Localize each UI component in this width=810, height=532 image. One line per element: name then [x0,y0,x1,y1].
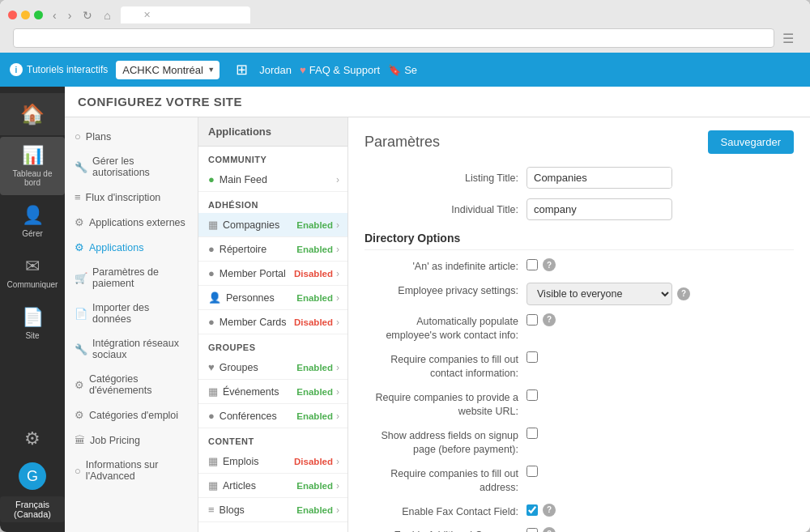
nav-item-flux[interactable]: ≡ Flux d'inscription [65,185,198,210]
nav-item-external-apps[interactable]: ⚙ Applications externes [65,210,198,235]
gear-icon: ⚙ [24,428,40,449]
fax-help-icon[interactable]: ? [543,504,556,517]
app-body: 🏠 📊 Tableau de bord 👤 Gérer ✉ Communique… [0,87,810,532]
emplois-chevron: › [336,456,339,467]
require-contact-checkbox[interactable] [526,351,538,363]
item-main-feed[interactable]: ● Main Feed › [198,168,347,192]
item-groupes[interactable]: ♥ Groupes Enabled › [198,355,347,380]
evenements-chevron: › [336,386,339,398]
listing-title-input[interactable] [527,168,672,188]
require-address-checkbox[interactable] [526,466,538,477]
compagnies-chevron: › [336,219,339,231]
home-nav-button[interactable]: ⌂ [100,7,113,23]
item-repertoire[interactable]: ● Répertoire Enabled › [198,237,347,262]
nav-applications-label: Applications [89,242,143,253]
personnes-status: Enabled [296,293,333,303]
item-blogs[interactable]: ≡ Blogs Enabled › [198,498,347,522]
individual-title-input[interactable] [526,198,672,220]
item-evenements[interactable]: ▦ Événements Enabled › [198,380,347,404]
sidebar-item-manage[interactable]: 👤 Gérer [0,197,65,246]
nav-item-importer[interactable]: 📄 Importer des données [65,296,198,331]
auto-populate-help-icon[interactable]: ? [543,313,556,326]
tutorial-label: Tutoriels interactifs [27,64,108,75]
item-emplois[interactable]: ▦ Emplois Disabled › [198,449,347,474]
nav-flux-label: Flux d'inscription [86,192,161,203]
item-member-cards[interactable]: ● Member Cards Disabled › [198,310,347,334]
fax-field-label: Enable Fax Contact Field: [364,504,526,520]
nav-item-categories-emploi[interactable]: ⚙ Catégories d'emploi [65,402,198,428]
grid-icon[interactable]: ⊞ [236,61,248,79]
heart-icon: ♥ [300,64,306,76]
portal-chevron: › [336,268,339,279]
org-selector[interactable]: ACHKC Montréal [116,61,220,79]
minimize-dot[interactable] [21,11,30,19]
additional-company-help-icon[interactable]: ? [543,527,556,532]
sidebar-settings-item[interactable]: ⚙ [0,420,65,458]
fax-field-checkbox[interactable] [526,504,538,516]
language-toggle[interactable]: G [19,462,46,490]
org-dropdown[interactable]: ACHKC Montréal [116,61,220,79]
nav-item-applications[interactable]: ⚙ Applications [65,235,198,260]
apps-gear-icon: ⚙ [75,241,84,253]
maximize-dot[interactable] [34,11,43,19]
emplois-status: Disabled [294,457,333,466]
middle-panel-header: Applications [198,117,347,147]
nav-item-job-pricing[interactable]: 🏛 Job Pricing [65,428,198,453]
show-address-checkbox[interactable] [526,428,538,439]
gear-small-icon: ⚙ [75,216,84,228]
close-dot[interactable] [8,11,17,19]
item-articles[interactable]: ▦ Articles Enabled › [198,474,347,498]
user-name[interactable]: Jordan [259,64,292,76]
address-bar[interactable] [13,28,774,48]
additional-company-checkbox[interactable] [526,528,538,532]
privacy-help-icon[interactable]: ? [677,287,690,300]
forward-button[interactable]: › [65,7,75,23]
save-button[interactable]: Sauvegarder [708,130,794,154]
nav-item-informations[interactable]: ○ Informations sur l'Advanced [65,453,198,488]
nav-item-autorisations[interactable]: 🔧 Gérer les autorisations [65,149,198,185]
reload-button[interactable]: ↻ [79,7,96,23]
nav-paiement-label: Paramètres de paiement [92,266,188,289]
info-icon: i [10,63,23,76]
tutorial-link[interactable]: i Tutoriels interactifs [10,63,108,76]
sidebar-item-communicate[interactable]: ✉ Communiquer [0,248,65,297]
portal-label: Member Portal [220,268,286,279]
back-button[interactable]: ‹ [49,7,60,23]
browser-menu-icon[interactable]: ☰ [779,29,797,48]
item-member-portal[interactable]: ● Member Portal Disabled › [198,262,347,286]
nav-item-categories-events[interactable]: ⚙ Catégories d'événements [65,367,198,402]
nav-categories-events-label: Catégories d'événements [89,373,188,396]
faq-link[interactable]: ♥ FAQ & Support [300,64,380,76]
browser-tab[interactable]: ✕ [121,6,250,23]
item-personnes[interactable]: 👤 Personnes Enabled › [198,286,347,310]
cards-label: Member Cards [220,317,287,328]
sidebar-item-site[interactable]: 📄 Site [0,299,65,348]
an-article-checkbox[interactable] [526,259,538,270]
require-website-checkbox[interactable] [526,389,538,401]
require-contact-row: Require companies to fill out contact in… [364,351,794,381]
additional-company-label: Enable Additional Company [364,527,526,532]
settings-link[interactable]: 🔖 Se [388,64,417,76]
articles-label: Articles [223,480,256,492]
tab-close-icon[interactable]: ✕ [143,10,151,20]
individual-title-row: Individual Title: [364,198,794,220]
privacy-settings-select[interactable]: Visible to everyone Members only Hidden [526,283,672,305]
an-article-help-icon[interactable]: ? [543,258,556,271]
evenements-icon: ▦ [208,385,218,398]
groupes-icon: ♥ [208,361,215,373]
item-compagnies[interactable]: ▦ Compagnies Enabled › [198,213,347,237]
right-panel: Paramètres Sauvegarder Listing Title: ⊞ … [348,117,810,532]
sidebar-item-dashboard[interactable]: 📊 Tableau de bord [0,137,65,195]
conferences-icon: ● [208,410,215,422]
auto-populate-checkbox[interactable] [526,314,538,326]
communicate-icon: ✉ [25,256,40,277]
item-conferences[interactable]: ● Conférences Enabled › [198,404,347,428]
nav-item-sociaux[interactable]: 🔧 Intégration réseaux sociaux [65,331,198,367]
nav-item-paiement[interactable]: 🛒 Paramètres de paiement [65,260,198,296]
compagnies-label: Compagnies [223,219,279,231]
auto-populate-label: Automatically populate employee's work c… [364,313,526,343]
groupes-status: Enabled [296,363,333,372]
nav-item-plans[interactable]: ○ Plans [65,124,198,149]
site-icon: 📄 [22,307,44,328]
sidebar-home-button[interactable]: 🏠 [0,93,65,135]
